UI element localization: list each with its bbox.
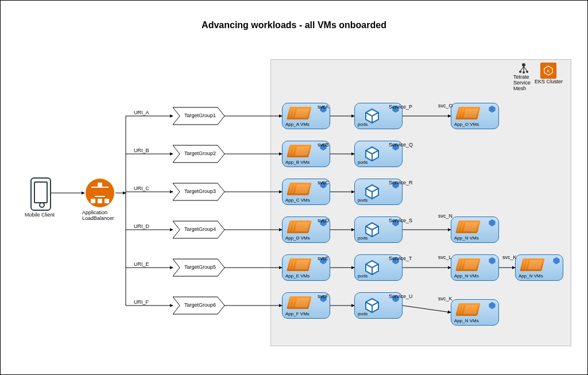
ec2-vm-icon (288, 107, 307, 123)
alb-label: Application LoadBalancer (82, 210, 114, 221)
k8s-badge-icon (552, 257, 560, 265)
diagram-title: Advancing workloads - all VMs onboarded (1, 20, 587, 30)
uri-label: URI_E (134, 261, 149, 267)
target-group-label: TargetGroup1 (184, 113, 216, 118)
svc-label: svcF (318, 293, 328, 299)
k8s-badge-icon (488, 219, 496, 227)
vm-box-label: App_O VMs (454, 122, 479, 127)
target-group-label: TargetGroup3 (184, 188, 216, 194)
svc-label-l: svc_L (438, 254, 452, 260)
uri-label: URI_A (134, 110, 149, 115)
svg-point-2 (523, 71, 525, 74)
svg-point-1 (519, 71, 521, 73)
target-group-label: TargetGroup5 (184, 264, 216, 270)
ec2-vm-icon (457, 221, 475, 237)
ec2-vm-icon (288, 221, 307, 237)
vm-box-app-o: App_O VMs (451, 103, 499, 129)
pods-label: pods (358, 122, 368, 127)
uri-label: URI_B (134, 148, 149, 153)
k8s-badge-icon (488, 257, 496, 265)
ec2-vm-icon (457, 303, 475, 319)
service-label: Service_S (389, 218, 412, 223)
ec2-vm-icon (288, 183, 307, 199)
vm-box-label: App_C VMs (285, 198, 310, 203)
ec2-vm-icon (521, 258, 540, 275)
svg-point-0 (522, 63, 525, 67)
ec2-vm-icon (288, 145, 307, 161)
svg-marker-7 (489, 219, 495, 227)
target-group-label: TargetGroup2 (184, 150, 216, 156)
pods-label: pods (358, 311, 368, 316)
ec2-vm-icon (457, 258, 475, 275)
tetrate-label: Tetrate Service Mesh (513, 74, 531, 91)
svc-label-n: svc_N (438, 213, 452, 219)
vm-box-app-n-3: App_N VMs (515, 254, 563, 281)
svg-marker-6 (489, 106, 495, 113)
diagram-canvas: Advancing workloads - all VMs onboarded … (0, 0, 588, 375)
k8s-badge-icon (488, 301, 496, 310)
svc-label: svcD (318, 218, 329, 223)
vm-box-label: App_E VMs (285, 273, 310, 279)
eks-label: EKS Cluster (535, 79, 563, 84)
svc-label: svcE (318, 256, 329, 261)
target-group-label: TargetGroup6 (184, 302, 216, 308)
vm-box-label: App_F VMs (285, 311, 310, 316)
svc-label: svcB (318, 142, 329, 148)
svg-marker-10 (489, 302, 495, 310)
service-label: Service_T (389, 256, 412, 261)
vm-box-app-n-1: App_N VMs (451, 217, 499, 243)
pods-label: pods (358, 198, 368, 203)
vm-box-app-n-2: App_N VMs (451, 254, 499, 281)
svc-label-o: svc_O (438, 103, 453, 109)
service-label: Service_U (389, 293, 413, 299)
tetrate-icon (518, 63, 529, 74)
pods-label: pods (358, 235, 368, 241)
vm-box-label: App_N VMs (454, 235, 479, 241)
vm-box-label: App_N VMs (454, 273, 479, 279)
eks-icon: K (540, 63, 556, 79)
svg-point-3 (526, 71, 528, 73)
vm-box-label: App_A VMs (285, 122, 310, 127)
alb-icon (86, 179, 114, 207)
k8s-badge-icon (488, 105, 496, 113)
vm-box-label: App_N VMs (454, 318, 479, 323)
service-label: Service_Q (389, 142, 413, 148)
service-label: Service_R (389, 180, 413, 185)
target-group-label: TargetGroup4 (184, 226, 216, 232)
ec2-vm-icon (288, 258, 307, 275)
uri-label: URI_D (134, 223, 149, 229)
svg-marker-9 (553, 257, 559, 265)
vm-box-label: App_B VMs (285, 160, 310, 165)
svc-label-k2: svc_K (438, 296, 452, 301)
service-label: Service_P (389, 104, 412, 110)
uri-label: URI_C (134, 185, 149, 191)
svc-label: svcA (318, 104, 329, 110)
vm-box-label: App_D VMs (285, 235, 310, 241)
pods-label: pods (358, 273, 368, 279)
vm-box-label: App_N VMs (519, 273, 543, 279)
vm-box-app-n-4: App_N VMs (451, 299, 499, 326)
uri-label: URI_F (134, 299, 149, 305)
svc-label-k1: svc_K (502, 254, 517, 260)
svg-text:K: K (547, 68, 550, 74)
svc-label: svcC (318, 180, 329, 185)
pods-label: pods (358, 160, 368, 165)
mobile-client-label: Mobile Client (25, 212, 55, 218)
ec2-vm-icon (288, 296, 307, 312)
ec2-vm-icon (457, 107, 475, 123)
mobile-client-icon (30, 177, 51, 211)
svg-marker-8 (489, 257, 495, 265)
